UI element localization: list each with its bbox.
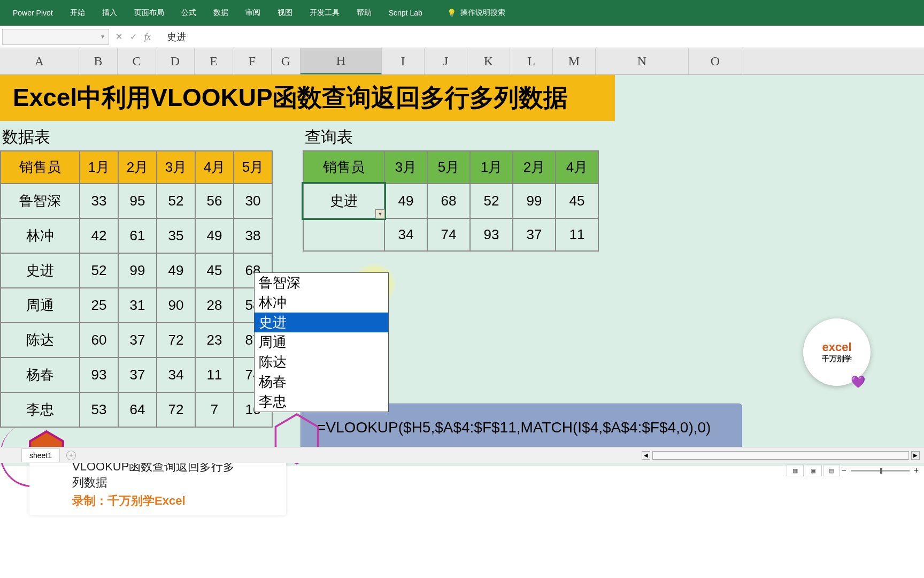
data-cell[interactable]: 61 <box>118 218 157 253</box>
data-cell[interactable]: 31 <box>118 288 157 323</box>
zoom-slider[interactable] <box>851 470 910 471</box>
query-cell[interactable]: 74 <box>427 218 470 251</box>
data-cell[interactable]: 52 <box>157 184 195 218</box>
name-box[interactable]: ▼ <box>2 29 109 45</box>
column-header-O[interactable]: O <box>689 48 742 74</box>
query-cell[interactable]: 45 <box>556 184 598 218</box>
tab-view[interactable]: 视图 <box>269 4 301 22</box>
tab-pagelayout[interactable]: 页面布局 <box>126 4 173 22</box>
data-cell[interactable]: 64 <box>118 392 157 427</box>
query-cell[interactable]: 37 <box>513 218 556 251</box>
tab-scriptlab[interactable]: Script Lab <box>380 4 431 21</box>
query-cell[interactable]: 93 <box>470 218 513 251</box>
dropdown-option[interactable]: 陈达 <box>255 352 388 372</box>
page-break-view-icon[interactable]: ▤ <box>823 465 840 476</box>
data-cell[interactable]: 33 <box>80 184 118 218</box>
tab-insert[interactable]: 插入 <box>94 4 126 22</box>
sheet-tab[interactable]: sheet1 <box>21 448 60 462</box>
tab-data[interactable]: 数据 <box>205 4 237 22</box>
data-cell[interactable]: 72 <box>157 392 195 427</box>
zoom-in-icon[interactable]: + <box>914 466 919 475</box>
query-cell[interactable]: 11 <box>556 218 598 251</box>
column-header-A[interactable]: A <box>0 48 79 74</box>
validation-dropdown[interactable]: 鲁智深林冲史进周通陈达杨春李忠 <box>254 272 389 412</box>
data-cell[interactable]: 93 <box>80 358 118 392</box>
page-layout-view-icon[interactable]: ▣ <box>805 465 822 476</box>
data-cell[interactable]: 鲁智深 <box>1 184 80 218</box>
data-cell[interactable]: 42 <box>80 218 118 253</box>
dropdown-option[interactable]: 李忠 <box>255 392 388 412</box>
data-cell[interactable]: 35 <box>157 218 195 253</box>
column-header-C[interactable]: C <box>118 48 156 74</box>
data-cell[interactable]: 28 <box>195 288 234 323</box>
query-cell[interactable]: 68 <box>427 184 470 218</box>
data-cell[interactable]: 52 <box>80 253 118 288</box>
column-header-B[interactable]: B <box>79 48 118 74</box>
query-cell[interactable]: 34 <box>384 218 427 251</box>
dropdown-option[interactable]: 史进 <box>255 313 388 332</box>
data-cell[interactable]: 30 <box>234 184 272 218</box>
column-header-H[interactable]: H <box>301 48 382 74</box>
data-cell[interactable]: 56 <box>195 184 234 218</box>
data-cell[interactable]: 38 <box>234 218 272 253</box>
scroll-left-icon[interactable]: ◀ <box>642 451 650 460</box>
data-cell[interactable]: 37 <box>118 358 157 392</box>
tab-home[interactable]: 开始 <box>61 4 94 22</box>
data-cell[interactable]: 99 <box>118 253 157 288</box>
data-cell[interactable]: 25 <box>80 288 118 323</box>
data-cell[interactable]: 陈达 <box>1 323 80 358</box>
normal-view-icon[interactable]: ▦ <box>787 465 804 476</box>
column-header-I[interactable]: I <box>382 48 425 74</box>
data-cell[interactable]: 李忠 <box>1 392 80 427</box>
data-cell[interactable]: 史进 <box>1 253 80 288</box>
data-cell[interactable]: 林冲 <box>1 218 80 253</box>
scroll-track[interactable] <box>652 451 909 460</box>
data-cell[interactable]: 11 <box>195 358 234 392</box>
column-header-L[interactable]: L <box>510 48 553 74</box>
column-header-E[interactable]: E <box>195 48 233 74</box>
add-sheet-button[interactable]: + <box>66 451 76 460</box>
cancel-icon[interactable]: ✕ <box>116 32 122 42</box>
tell-me-search[interactable]: 💡 操作说明搜索 <box>447 8 505 18</box>
data-cell[interactable]: 72 <box>157 323 195 358</box>
column-header-G[interactable]: G <box>272 48 301 74</box>
query-cell[interactable]: 99 <box>513 184 556 218</box>
data-cell[interactable]: 90 <box>157 288 195 323</box>
tab-formulas[interactable]: 公式 <box>173 4 205 22</box>
column-header-F[interactable]: F <box>233 48 272 74</box>
data-cell[interactable]: 45 <box>195 253 234 288</box>
dropdown-option[interactable]: 周通 <box>255 332 388 352</box>
zoom-out-icon[interactable]: − <box>841 466 846 475</box>
data-cell[interactable]: 周通 <box>1 288 80 323</box>
column-header-D[interactable]: D <box>156 48 195 74</box>
data-cell[interactable]: 60 <box>80 323 118 358</box>
data-cell[interactable]: 53 <box>80 392 118 427</box>
dropdown-option[interactable]: 杨春 <box>255 372 388 392</box>
query-cell[interactable]: 52 <box>470 184 513 218</box>
formula-input[interactable]: 史进 <box>167 31 924 43</box>
enter-icon[interactable]: ✓ <box>130 32 137 42</box>
horizontal-scroll[interactable]: ◀ ▶ <box>642 451 920 460</box>
data-cell[interactable]: 95 <box>118 184 157 218</box>
data-cell[interactable]: 49 <box>195 218 234 253</box>
tab-review[interactable]: 审阅 <box>237 4 269 22</box>
dropdown-option[interactable]: 林冲 <box>255 293 388 313</box>
dropdown-option[interactable]: 鲁智深 <box>255 273 388 293</box>
column-header-N[interactable]: N <box>596 48 689 74</box>
data-cell[interactable]: 23 <box>195 323 234 358</box>
query-cell[interactable]: 史进▼ <box>303 184 384 218</box>
data-cell[interactable]: 杨春 <box>1 358 80 392</box>
query-cell[interactable] <box>303 218 384 251</box>
tab-help[interactable]: 帮助 <box>348 4 380 22</box>
tab-powerpivot[interactable]: Power Pivot <box>4 4 61 21</box>
data-cell[interactable]: 34 <box>157 358 195 392</box>
query-cell[interactable]: 49 <box>384 184 427 218</box>
tab-developer[interactable]: 开发工具 <box>301 4 348 22</box>
scroll-right-icon[interactable]: ▶ <box>911 451 920 460</box>
data-cell[interactable]: 37 <box>118 323 157 358</box>
column-header-M[interactable]: M <box>553 48 596 74</box>
dropdown-button[interactable]: ▼ <box>375 209 385 219</box>
data-cell[interactable]: 7 <box>195 392 234 427</box>
data-cell[interactable]: 49 <box>157 253 195 288</box>
column-header-J[interactable]: J <box>425 48 467 74</box>
